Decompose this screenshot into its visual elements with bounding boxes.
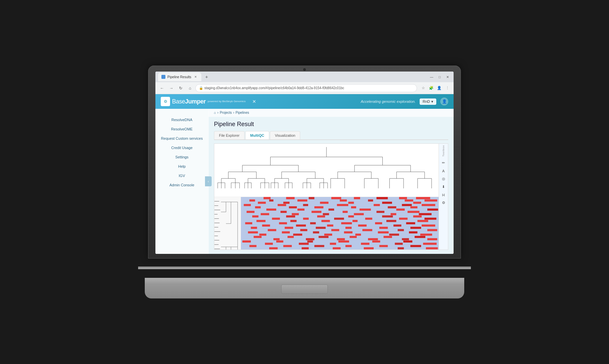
app-content: ⚙ BaseJumper powered by BioSkryb Genomic…: [155, 94, 454, 254]
toolbox-text-icon[interactable]: A: [440, 167, 447, 175]
svg-rect-163: [317, 215, 325, 217]
page-title: Pipeline Result: [214, 121, 448, 128]
back-button[interactable]: ←: [158, 84, 166, 92]
svg-rect-214: [420, 234, 432, 236]
breadcrumb-projects[interactable]: Projects: [220, 111, 232, 114]
forward-button[interactable]: →: [167, 84, 175, 92]
svg-rect-173: [257, 220, 266, 222]
svg-rect-224: [368, 238, 378, 240]
main-content: ⌂ › Projects › Pipelines Pipeline Result: [209, 109, 454, 254]
app-body: ResolveDNA ResolveOME Request Custom ser…: [155, 109, 454, 254]
sidebar-item-settings[interactable]: Settings: [155, 153, 208, 161]
user-avatar[interactable]: 👤: [440, 97, 448, 105]
svg-rect-152: [342, 211, 347, 213]
breadcrumb-pipelines[interactable]: Pipelines: [236, 111, 249, 114]
header-close-button[interactable]: ✕: [251, 98, 258, 105]
svg-rect-236: [361, 243, 369, 245]
svg-rect-159: [391, 213, 396, 215]
browser-titlebar: Pipeline Results ✕ + — □ ✕: [155, 72, 454, 82]
sidebar-item-custom-services[interactable]: Request Custom services: [155, 134, 208, 143]
svg-rect-235: [330, 243, 336, 245]
screen: Pipeline Results ✕ + — □ ✕ ← → ↻ ⌂: [155, 72, 454, 254]
sidebar-item-admin-console[interactable]: Admin Console: [155, 181, 208, 189]
sidebar-item-resolvedna[interactable]: ResolveDNA: [155, 115, 208, 124]
lock-icon: 🔒: [199, 86, 203, 90]
svg-rect-140: [351, 206, 356, 208]
svg-rect-246: [302, 247, 308, 249]
browser-tab-active[interactable]: Pipeline Results ✕: [158, 73, 201, 81]
sidebar-item-help[interactable]: Help: [155, 162, 208, 171]
toolbox-download-icon[interactable]: ⬇: [440, 183, 447, 191]
svg-rect-228: [276, 241, 283, 243]
env-selector[interactable]: RnD ▾: [420, 98, 436, 105]
toolbox-help-icon[interactable]: H: [440, 191, 447, 199]
logo-icon: ⚙: [161, 97, 170, 106]
svg-rect-114: [376, 197, 388, 199]
tab-close-button[interactable]: ✕: [193, 75, 198, 79]
svg-rect-198: [300, 229, 307, 231]
svg-rect-162: [286, 215, 295, 217]
toolbox-target-icon[interactable]: ◎: [440, 175, 447, 183]
svg-rect-166: [413, 215, 422, 217]
svg-rect-226: [427, 238, 437, 240]
address-bar[interactable]: 🔒 staging.d3wnalcx1nb4ox.amplifyapp.com/…: [195, 84, 417, 92]
laptop-base: [145, 278, 464, 298]
extensions-icon[interactable]: 🧩: [428, 85, 435, 92]
svg-rect-215: [254, 236, 262, 238]
svg-rect-188: [358, 225, 366, 227]
sidebar-item-igv[interactable]: IGV: [155, 171, 208, 180]
sidebar-item-credit-usage[interactable]: Credit Usage: [155, 143, 208, 152]
tab-visualization[interactable]: Visualization: [270, 131, 301, 139]
logo-base: Base: [172, 98, 185, 105]
svg-rect-197: [268, 229, 276, 231]
toolbox-pencil-icon[interactable]: ✏: [440, 159, 447, 167]
logo-text: BaseJumper: [172, 98, 206, 105]
svg-rect-174: [291, 220, 297, 222]
toolbox-settings-icon[interactable]: ⚙: [440, 199, 447, 207]
bookmark-star-icon[interactable]: ☆: [420, 85, 427, 92]
home-icon[interactable]: ⌂: [214, 111, 216, 114]
svg-rect-139: [314, 206, 323, 208]
svg-rect-191: [251, 227, 257, 229]
svg-rect-148: [427, 209, 438, 211]
header-tagline: Accelerating genomic exploration.: [361, 99, 416, 103]
tab-multiqc[interactable]: MultiQC: [245, 131, 269, 139]
screen-bezel: Pipeline Results ✕ + — □ ✕ ← → ↻ ⌂: [148, 66, 461, 259]
toolbar-icons: ☆ 🧩 👤 ⋮: [420, 85, 451, 92]
svg-rect-247: [333, 247, 341, 249]
svg-rect-134: [374, 204, 380, 206]
svg-rect-144: [298, 209, 304, 211]
svg-rect-145: [328, 209, 334, 211]
refresh-button[interactable]: ↻: [177, 84, 185, 92]
svg-rect-131: [278, 204, 286, 206]
new-tab-button[interactable]: +: [203, 73, 211, 81]
svg-rect-193: [316, 227, 326, 229]
svg-rect-153: [376, 211, 384, 213]
svg-rect-130: [244, 204, 251, 206]
menu-icon[interactable]: ⋮: [444, 85, 451, 92]
tab-file-explorer[interactable]: File Explorer: [214, 131, 245, 139]
sidebar-collapse-button[interactable]: ‹: [205, 176, 212, 186]
svg-rect-176: [352, 220, 357, 222]
sidebar-item-resolveome[interactable]: ResolveOME: [155, 125, 208, 133]
svg-rect-127: [348, 202, 354, 204]
svg-rect-218: [350, 236, 357, 238]
svg-rect-177: [386, 220, 396, 222]
svg-rect-170: [365, 218, 372, 220]
maximize-button[interactable]: □: [436, 74, 443, 80]
svg-rect-171: [399, 218, 407, 220]
svg-rect-240: [283, 245, 292, 247]
minimize-button[interactable]: —: [428, 74, 435, 80]
home-button[interactable]: ⌂: [186, 84, 194, 92]
svg-rect-200: [362, 229, 372, 231]
svg-rect-150: [281, 211, 287, 213]
logo-area: ⚙ BaseJumper powered by BioSkryb Genomic…: [161, 97, 246, 106]
profile-icon[interactable]: 👤: [436, 85, 443, 92]
svg-rect-216: [288, 236, 294, 238]
breadcrumb-sep-1: ›: [217, 111, 218, 114]
svg-rect-126: [320, 202, 328, 204]
svg-rect-154: [408, 211, 420, 213]
close-button[interactable]: ✕: [444, 74, 451, 80]
svg-rect-164: [348, 215, 354, 217]
sidebar: ResolveDNA ResolveOME Request Custom ser…: [155, 109, 209, 254]
